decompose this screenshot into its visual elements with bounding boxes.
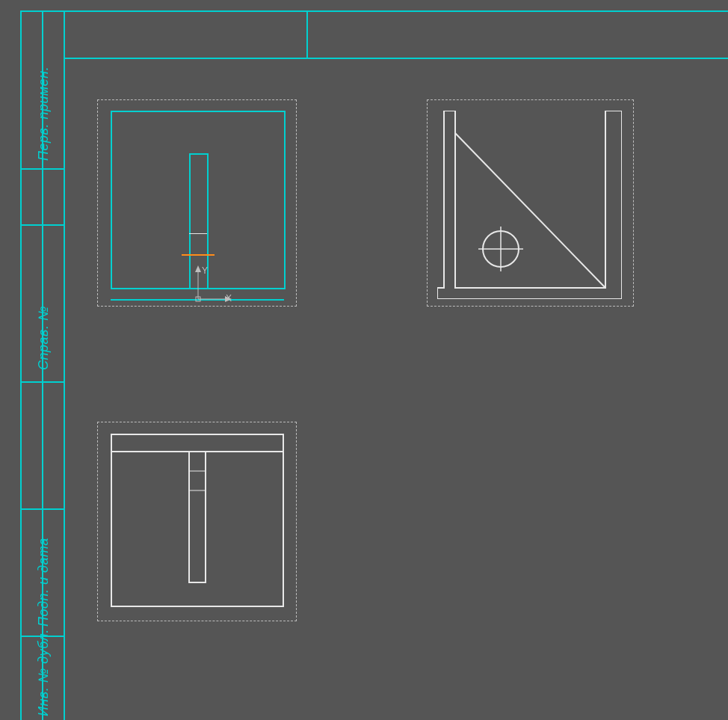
sidebar-label-sprav-no: Справ. № [36, 306, 52, 370]
axis-label-y: Y [202, 265, 208, 276]
cad-canvas[interactable]: Перв. примен. Справ. № Подп. и дата Инв.… [0, 0, 728, 720]
view-side[interactable] [437, 111, 622, 299]
sidebar-label-podp-data: Подп. и дата [36, 538, 52, 627]
svg-line-5 [455, 133, 605, 288]
sidebar-label-inv-dubl: Инв. № дубл. [36, 629, 52, 716]
svg-marker-1 [195, 265, 201, 272]
axis-label-x: X [226, 293, 232, 304]
svg-rect-9 [111, 434, 283, 606]
sidebar-label-perv-primen: Перв. примен. [36, 67, 52, 161]
view-top[interactable] [111, 434, 284, 607]
dimension-marker[interactable] [182, 254, 215, 256]
hole-center-icon [478, 227, 523, 271]
